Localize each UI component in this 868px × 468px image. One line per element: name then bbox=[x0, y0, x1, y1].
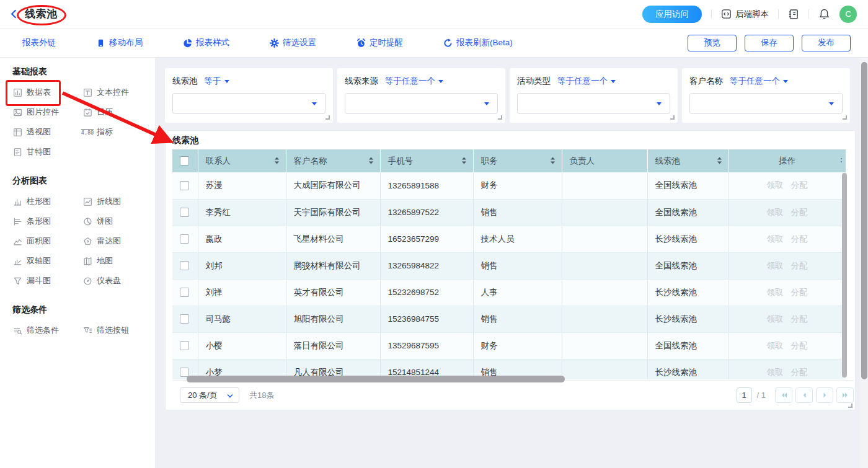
sidebar-item-gauge[interactable]: 仪表盘 bbox=[82, 271, 153, 291]
claim-action[interactable]: 领取 bbox=[767, 314, 784, 324]
prev-page-button[interactable] bbox=[795, 387, 813, 403]
sidebar-item-gantt[interactable]: 甘特图 bbox=[12, 142, 82, 162]
assign-action[interactable]: 分配 bbox=[791, 368, 808, 377]
last-page-button[interactable] bbox=[836, 387, 854, 403]
filter-widget-1[interactable]: 线索池 等于 bbox=[165, 68, 333, 123]
sidebar-item-radar-chart[interactable]: 雷达图 bbox=[82, 231, 153, 251]
assign-action[interactable]: 分配 bbox=[791, 261, 808, 270]
assign-action[interactable]: 分配 bbox=[791, 234, 808, 244]
sort-icon[interactable] bbox=[273, 157, 280, 166]
publish-button[interactable]: 发布 bbox=[802, 35, 851, 51]
actionbar-item-1[interactable]: 报表外链 bbox=[22, 37, 56, 48]
sidebar-item-image-widget[interactable]: 图片控件 bbox=[12, 102, 82, 122]
filter-widget-4[interactable]: 客户名称 等于任意一个 bbox=[682, 68, 850, 123]
claim-action[interactable]: 领取 bbox=[767, 180, 784, 190]
current-page-input[interactable]: 1 bbox=[737, 387, 752, 403]
claim-action[interactable]: 领取 bbox=[767, 234, 784, 244]
actionbar-item-4[interactable]: 筛选设置 bbox=[269, 37, 316, 48]
filter-resize-handle[interactable] bbox=[498, 115, 502, 120]
journal-icon[interactable] bbox=[788, 9, 799, 20]
sidebar-item-filter-condition[interactable]: 筛选条件 bbox=[12, 320, 82, 340]
select-all-checkbox[interactable] bbox=[180, 156, 189, 166]
sidebar-section-title: 筛选条件 bbox=[12, 304, 155, 316]
actionbar-item-3[interactable]: 报表样式 bbox=[182, 37, 229, 48]
filter-value-select[interactable] bbox=[517, 93, 670, 114]
sort-icon[interactable] bbox=[368, 157, 374, 166]
app-access-button[interactable]: 应用访问 bbox=[642, 6, 702, 23]
assign-action[interactable]: 分配 bbox=[791, 341, 808, 350]
sort-icon[interactable] bbox=[549, 157, 556, 166]
sidebar-item-funnel-chart[interactable]: 漏斗图 bbox=[12, 271, 82, 291]
data-table-widget[interactable]: 线索池 联系人客户名称手机号职务负责人线索池操作 苏漫大成国际有限公司13265… bbox=[165, 130, 856, 410]
assign-action[interactable]: 分配 bbox=[791, 208, 808, 217]
sidebar-item-dual-axis[interactable]: 双轴图 bbox=[12, 251, 82, 271]
table-vertical-scrollbar[interactable] bbox=[842, 173, 847, 377]
actionbar-item-5[interactable]: 定时提醒 bbox=[356, 37, 403, 48]
filter-condition-dropdown[interactable]: 等于任意一个 bbox=[557, 76, 616, 87]
claim-action[interactable]: 领取 bbox=[767, 208, 784, 217]
filter-value-select[interactable] bbox=[172, 93, 326, 114]
row-checkbox[interactable] bbox=[180, 208, 189, 217]
row-checkbox[interactable] bbox=[180, 261, 189, 270]
claim-action[interactable]: 领取 bbox=[767, 341, 784, 350]
claim-action[interactable]: 领取 bbox=[767, 288, 784, 297]
sidebar-item-bar-chart[interactable]: 条形图 bbox=[12, 211, 82, 231]
filter-condition-dropdown[interactable]: 等于任意一个 bbox=[730, 76, 788, 87]
save-button[interactable]: 保存 bbox=[745, 35, 794, 51]
claim-action[interactable]: 领取 bbox=[767, 261, 784, 270]
sort-icon[interactable] bbox=[716, 157, 723, 166]
sidebar-item-map[interactable]: 地图 bbox=[82, 251, 153, 271]
chevron-down-icon bbox=[484, 102, 489, 105]
assign-action[interactable]: 分配 bbox=[791, 288, 808, 297]
filter-resize-handle[interactable] bbox=[843, 115, 847, 120]
table-horizontal-scrollbar[interactable] bbox=[187, 376, 565, 382]
filter-widget-2[interactable]: 线索来源 等于任意一个 bbox=[337, 68, 505, 123]
filter-widget-3[interactable]: 活动类型 等于任意一个 bbox=[510, 68, 678, 123]
actionbar-item-2[interactable]: 移动布局 bbox=[95, 37, 143, 48]
row-checkbox[interactable] bbox=[180, 314, 189, 324]
sort-icon[interactable] bbox=[461, 157, 467, 166]
column-header-4[interactable]: 职务 bbox=[473, 149, 562, 172]
column-header-3[interactable]: 手机号 bbox=[380, 149, 473, 172]
row-select-cell bbox=[172, 226, 198, 252]
sidebar-item-metric[interactable]: 4,80指标 bbox=[82, 122, 153, 142]
filter-resize-handle[interactable] bbox=[670, 115, 675, 120]
sidebar-item-pie-chart[interactable]: 饼图 bbox=[82, 211, 153, 231]
column-settings-icon[interactable] bbox=[840, 156, 843, 164]
claim-action[interactable]: 领取 bbox=[767, 368, 784, 377]
row-checkbox[interactable] bbox=[180, 341, 189, 350]
row-checkbox[interactable] bbox=[180, 181, 189, 190]
preview-button[interactable]: 预览 bbox=[688, 35, 737, 51]
backend-script-button[interactable]: 后端脚本 bbox=[721, 9, 769, 20]
row-checkbox[interactable] bbox=[180, 288, 189, 297]
sidebar-item-data-table[interactable]: 数据表 bbox=[12, 82, 82, 102]
user-avatar[interactable]: C bbox=[839, 6, 857, 23]
notification-bell-icon[interactable] bbox=[818, 8, 830, 20]
sidebar-item-text-widget[interactable]: 文本控件 bbox=[82, 82, 153, 102]
canvas-scrollbar-thumb[interactable] bbox=[861, 62, 867, 379]
assign-action[interactable]: 分配 bbox=[791, 180, 808, 190]
back-button[interactable] bbox=[9, 9, 19, 19]
sidebar-item-filter-button[interactable]: 筛选按钮 bbox=[82, 320, 153, 340]
sidebar-item-area-chart[interactable]: 面积图 bbox=[12, 231, 82, 251]
actionbar-item-6[interactable]: 报表刷新(Beta) bbox=[443, 37, 513, 48]
column-header-2[interactable]: 客户名称 bbox=[286, 149, 380, 172]
next-page-button[interactable] bbox=[816, 387, 833, 403]
filter-condition-dropdown[interactable]: 等于 bbox=[205, 76, 229, 87]
sidebar-item-line-chart[interactable]: 折线图 bbox=[82, 192, 153, 211]
row-checkbox[interactable] bbox=[180, 234, 189, 244]
page-size-select[interactable]: 20 条/页 bbox=[180, 387, 239, 403]
chevron-down-icon bbox=[657, 102, 662, 105]
column-header-1[interactable]: 联系人 bbox=[198, 149, 286, 172]
filter-resize-handle[interactable] bbox=[326, 115, 330, 120]
sidebar-item-column-chart[interactable]: 柱形图 bbox=[12, 192, 82, 211]
first-page-button[interactable] bbox=[775, 387, 792, 403]
column-header-6[interactable]: 线索池 bbox=[647, 149, 728, 172]
sidebar-item-pivot-table[interactable]: 透视图 bbox=[12, 122, 82, 142]
filter-value-select[interactable] bbox=[689, 93, 843, 114]
assign-action[interactable]: 分配 bbox=[791, 314, 808, 324]
filter-condition-dropdown[interactable]: 等于任意一个 bbox=[385, 76, 443, 87]
filter-value-select[interactable] bbox=[345, 93, 498, 114]
sidebar-item-calendar[interactable]: 日历 bbox=[82, 102, 153, 122]
widget-resize-handle[interactable] bbox=[848, 404, 852, 408]
